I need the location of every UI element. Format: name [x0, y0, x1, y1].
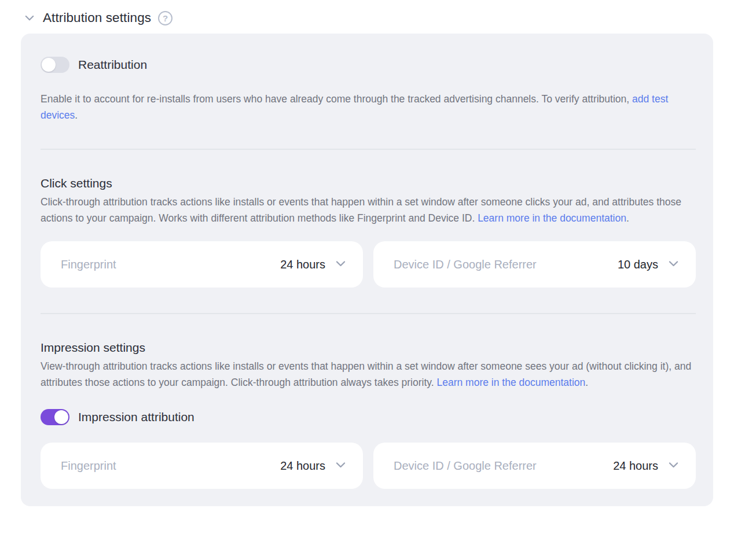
toggle-knob: [54, 410, 68, 424]
impression-attribution-label: Impression attribution: [78, 410, 194, 424]
select-value: 24 hours: [280, 459, 325, 473]
reattribution-description: Enable it to account for re-installs fro…: [41, 91, 696, 123]
sentence-period: .: [626, 212, 629, 224]
attribution-settings-page: Attribution settings ? Reattribution Ena…: [0, 0, 734, 560]
impression-settings-title: Impression settings: [41, 341, 696, 355]
impression-attribution-toggle[interactable]: [41, 409, 69, 425]
chevron-down-icon[interactable]: [23, 12, 36, 24]
select-label: Device ID / Google Referrer: [394, 459, 613, 473]
chevron-down-icon: [335, 459, 347, 473]
toggle-knob: [42, 58, 56, 72]
reattribution-row: Reattribution: [41, 57, 696, 73]
select-value: 24 hours: [613, 459, 658, 473]
section-header: Attribution settings ?: [21, 8, 713, 34]
chevron-down-icon: [667, 257, 680, 272]
sentence-period: .: [585, 377, 588, 388]
select-label: Device ID / Google Referrer: [394, 258, 618, 271]
impression-settings-description: View-through attribution tracks actions …: [41, 358, 696, 390]
impression-settings-description-text: View-through attribution tracks actions …: [41, 360, 691, 388]
click-settings-description: Click-through attribution tracks actions…: [41, 194, 696, 226]
impression-attribution-row: Impression attribution: [41, 409, 696, 425]
chevron-down-icon: [667, 459, 680, 473]
divider: [41, 313, 696, 314]
click-fingerprint-select[interactable]: Fingerprint 24 hours: [41, 241, 363, 288]
click-settings-docs-link[interactable]: Learn more in the documentation: [478, 212, 626, 224]
impression-deviceid-select[interactable]: Device ID / Google Referrer 24 hours: [373, 443, 696, 489]
select-value: 10 days: [618, 258, 658, 271]
click-settings-title: Click settings: [41, 176, 696, 190]
help-icon[interactable]: ?: [158, 11, 173, 25]
chevron-down-icon: [335, 257, 347, 272]
impression-settings-selects: Fingerprint 24 hours Device ID / Google …: [41, 443, 696, 489]
sentence-period: .: [75, 109, 78, 121]
select-value: 24 hours: [280, 258, 325, 271]
click-deviceid-select[interactable]: Device ID / Google Referrer 10 days: [373, 241, 696, 288]
impression-settings-docs-link[interactable]: Learn more in the documentation: [436, 377, 585, 388]
page-title: Attribution settings: [43, 10, 151, 25]
click-settings-selects: Fingerprint 24 hours Device ID / Google …: [41, 241, 696, 288]
reattribution-description-text: Enable it to account for re-installs fro…: [41, 93, 632, 105]
divider: [41, 149, 696, 150]
select-label: Fingerprint: [61, 258, 280, 271]
select-label: Fingerprint: [61, 459, 280, 473]
reattribution-toggle[interactable]: [41, 57, 69, 73]
reattribution-label: Reattribution: [78, 58, 147, 72]
impression-fingerprint-select[interactable]: Fingerprint 24 hours: [41, 443, 363, 489]
attribution-settings-card: Reattribution Enable it to account for r…: [21, 34, 713, 506]
